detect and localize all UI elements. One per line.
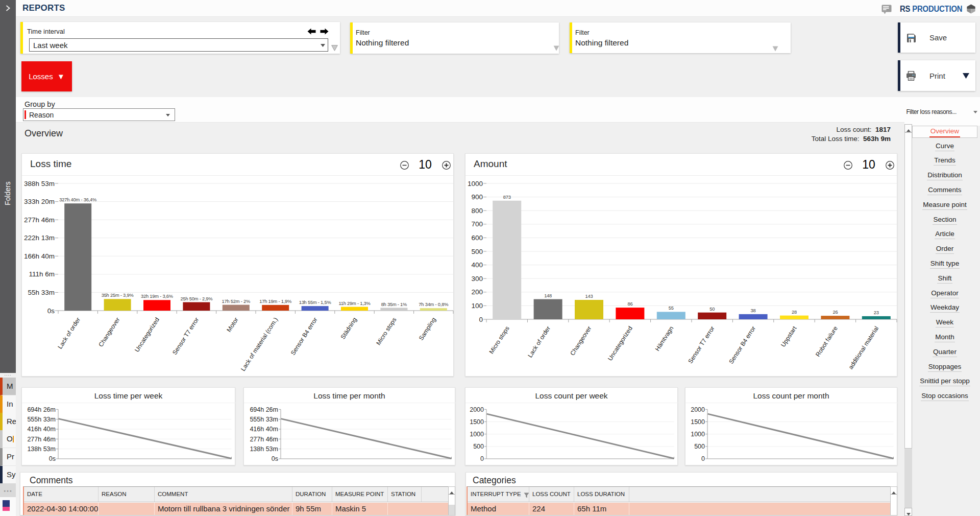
svg-text:25h 50m - 2,9%: 25h 50m - 2,9% — [180, 296, 212, 301]
svg-text:277h 46m: 277h 46m — [24, 216, 55, 224]
svg-text:2000: 2000 — [691, 406, 705, 413]
svg-text:277h 46m: 277h 46m — [27, 436, 56, 443]
svg-text:Changeover: Changeover — [569, 325, 593, 357]
svg-text:32h 19m - 3,6%: 32h 19m - 3,6% — [141, 294, 173, 299]
svg-text:138h 53m: 138h 53m — [250, 445, 278, 453]
svg-text:333h 20m: 333h 20m — [24, 198, 55, 205]
svg-text:Lack of order: Lack of order — [526, 325, 552, 359]
svg-text:143: 143 — [585, 294, 593, 299]
svg-text:700: 700 — [471, 220, 483, 228]
svg-text:0s: 0s — [49, 455, 56, 462]
svg-text:Motor: Motor — [225, 316, 239, 333]
svg-text:416h 40m: 416h 40m — [27, 426, 56, 433]
svg-text:1500: 1500 — [470, 418, 484, 426]
svg-text:Lack of material (com.): Lack of material (com.) — [239, 316, 279, 372]
svg-text:555h 33m: 555h 33m — [27, 416, 56, 423]
svg-text:0: 0 — [480, 455, 484, 462]
svg-text:100: 100 — [471, 302, 483, 310]
svg-text:900: 900 — [471, 193, 483, 201]
svg-text:Sampling: Sampling — [418, 316, 437, 342]
svg-text:Uncategorized: Uncategorized — [606, 325, 634, 362]
svg-text:327h 40m - 36,4%: 327h 40m - 36,4% — [59, 197, 96, 202]
svg-text:2000: 2000 — [470, 406, 484, 413]
svg-text:additional material: additional material — [847, 325, 880, 370]
svg-text:Lack of order: Lack of order — [56, 316, 82, 350]
svg-text:Sensor B4 error: Sensor B4 error — [727, 325, 757, 365]
svg-text:13h 55m - 1,5%: 13h 55m - 1,5% — [299, 300, 331, 305]
svg-text:1500: 1500 — [691, 418, 705, 426]
svg-text:277h 46m: 277h 46m — [250, 436, 278, 443]
svg-text:11h 29m - 1,3%: 11h 29m - 1,3% — [338, 301, 370, 306]
svg-text:50: 50 — [709, 307, 715, 312]
svg-text:0: 0 — [701, 455, 705, 462]
svg-text:200: 200 — [471, 288, 483, 296]
svg-text:55h 33m: 55h 33m — [28, 289, 55, 296]
svg-text:0s: 0s — [47, 307, 55, 315]
svg-text:Micro stops: Micro stops — [375, 316, 398, 346]
svg-text:555h 33m: 555h 33m — [250, 416, 278, 423]
svg-text:17h 52m - 2%: 17h 52m - 2% — [222, 299, 250, 304]
svg-text:222h 13m: 222h 13m — [24, 234, 55, 242]
svg-text:23: 23 — [874, 310, 879, 315]
svg-text:694h 26m: 694h 26m — [250, 406, 278, 413]
svg-text:500: 500 — [471, 248, 483, 255]
svg-text:8h 35m - 1%: 8h 35m - 1% — [381, 302, 407, 307]
svg-text:Sensor T7 error: Sensor T7 error — [687, 325, 716, 365]
svg-text:1000: 1000 — [470, 431, 484, 438]
svg-text:388h 53m: 388h 53m — [24, 180, 55, 187]
svg-text:500: 500 — [473, 443, 484, 450]
svg-text:28: 28 — [792, 310, 797, 315]
svg-text:111h 6m: 111h 6m — [29, 270, 55, 278]
svg-text:Uppstart: Uppstart — [779, 324, 798, 348]
svg-text:416h 40m: 416h 40m — [250, 426, 278, 433]
svg-text:400: 400 — [471, 261, 483, 269]
svg-text:300: 300 — [471, 275, 483, 283]
svg-text:148: 148 — [544, 293, 552, 298]
svg-text:500: 500 — [694, 443, 705, 450]
svg-text:86: 86 — [627, 301, 632, 307]
svg-text:26: 26 — [832, 310, 838, 315]
svg-text:1000: 1000 — [691, 431, 705, 438]
svg-text:873: 873 — [503, 195, 511, 200]
svg-text:138h 53m: 138h 53m — [27, 445, 56, 453]
svg-text:35h 25m - 3,9%: 35h 25m - 3,9% — [102, 293, 134, 298]
svg-text:Städning: Städning — [339, 316, 358, 340]
svg-text:7h 34m - 0,8%: 7h 34m - 0,8% — [419, 302, 448, 307]
svg-text:166h 40m: 166h 40m — [24, 252, 55, 260]
svg-text:0: 0 — [479, 316, 483, 323]
svg-text:Sensor T7 error: Sensor T7 error — [171, 316, 200, 356]
svg-text:55: 55 — [669, 306, 674, 311]
svg-text:Uncategorized: Uncategorized — [133, 316, 161, 354]
svg-text:Changeover: Changeover — [97, 316, 121, 348]
svg-text:800: 800 — [471, 207, 483, 215]
svg-text:17h 19m - 1,9%: 17h 19m - 1,9% — [259, 299, 291, 304]
svg-text:694h 26m: 694h 26m — [27, 406, 56, 413]
svg-text:1000: 1000 — [468, 180, 483, 187]
svg-text:600: 600 — [471, 234, 483, 242]
svg-text:0s: 0s — [272, 455, 278, 462]
svg-text:Micro stops: Micro stops — [488, 325, 511, 355]
svg-text:Sensor B4 error: Sensor B4 error — [289, 316, 319, 357]
svg-text:Hämtvagn: Hämtvagn — [654, 325, 675, 353]
svg-text:38: 38 — [751, 308, 756, 313]
svg-text:Robot failure: Robot failure — [814, 325, 839, 358]
